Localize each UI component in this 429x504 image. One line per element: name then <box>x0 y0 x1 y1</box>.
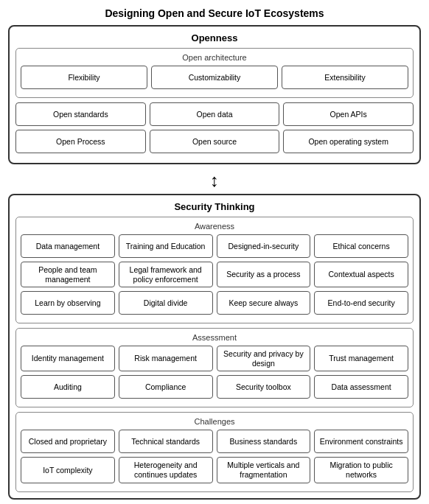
awareness-row2: People and team management Legal framewo… <box>21 262 408 287</box>
cell-open-standards: Open standards <box>15 102 146 126</box>
cell-legal-framework: Legal framework and policy enforcement <box>119 262 213 287</box>
cell-migration-public: Migration to public networks <box>314 457 408 483</box>
bidirectional-arrow: ↕ <box>8 170 421 191</box>
assessment-box: Assessment Identity management Risk mana… <box>15 328 414 407</box>
cell-open-os: Open operating system <box>283 130 414 153</box>
challenges-row1: Closed and proprietary Technical standar… <box>21 430 408 453</box>
cell-heterogeneity: Heterogeneity and continues updates <box>119 457 213 483</box>
challenges-label: Challenges <box>21 417 408 426</box>
cell-e2e-security: End-to-end security <box>314 291 408 315</box>
awareness-row1: Data management Training and Education D… <box>21 234 408 258</box>
cell-open-data: Open data <box>150 102 280 126</box>
cell-open-process: Open Process <box>15 130 146 153</box>
cell-open-source: Open source <box>150 130 280 153</box>
openness-title: Openness <box>15 32 414 43</box>
main-title: Designing Open and Secure IoT Ecosystems <box>8 7 421 19</box>
arrow-icon: ↕ <box>210 170 219 191</box>
cell-security-process: Security as a process <box>217 262 311 287</box>
cell-extensibility: Extensibility <box>282 66 408 89</box>
security-section: Security Thinking Awareness Data managem… <box>8 194 421 500</box>
open-architecture-label: Open architecture <box>21 53 408 62</box>
page-container: Designing Open and Secure IoT Ecosystems… <box>8 7 421 504</box>
cell-open-apis: Open APIs <box>283 102 414 126</box>
cell-security-privacy-design: Security and privacy by design <box>217 346 311 371</box>
openness-section: Openness Open architecture Flexibility C… <box>8 25 421 164</box>
cell-contextual-aspects: Contextual aspects <box>314 262 408 287</box>
cell-digital-divide: Digital divide <box>119 291 213 315</box>
cell-data-management: Data management <box>21 234 115 258</box>
assessment-label: Assessment <box>21 333 408 342</box>
cell-trust-management: Trust management <box>314 346 408 371</box>
cell-training-education: Training and Education <box>119 234 213 258</box>
cell-business-standards: Business standards <box>217 430 311 453</box>
cell-designed-in-security: Designed-in-security <box>217 234 311 258</box>
cell-iot-complexity: IoT complexity <box>21 457 115 483</box>
security-title: Security Thinking <box>15 201 414 212</box>
cell-people-team: People and team management <box>21 262 115 287</box>
challenges-row2: IoT complexity Heterogeneity and continu… <box>21 457 408 483</box>
openness-row1: Flexibility Customizability Extensibilit… <box>21 66 408 89</box>
assessment-row2: Auditing Compliance Security toolbox Dat… <box>21 375 408 399</box>
awareness-label: Awareness <box>21 222 408 231</box>
cell-auditing: Auditing <box>21 375 115 399</box>
cell-learn-observing: Learn by observing <box>21 291 115 315</box>
cell-compliance: Compliance <box>119 375 213 399</box>
cell-environment-constraints: Environment constraints <box>314 430 408 453</box>
cell-risk-management: Risk management <box>119 346 213 371</box>
assessment-row1: Identity management Risk management Secu… <box>21 346 408 371</box>
awareness-box: Awareness Data management Training and E… <box>15 217 414 323</box>
cell-ethical-concerns: Ethical concerns <box>314 234 408 258</box>
open-architecture-box: Open architecture Flexibility Customizab… <box>15 48 414 98</box>
cell-data-assessment: Data assessment <box>314 375 408 399</box>
cell-keep-secure: Keep secure always <box>217 291 311 315</box>
cell-identity-management: Identity management <box>21 346 115 371</box>
cell-flexibility: Flexibility <box>21 66 147 89</box>
cell-multiple-verticals: Multiple verticals and fragmentation <box>217 457 311 483</box>
cell-customizability: Customizability <box>151 66 278 89</box>
challenges-box: Challenges Closed and proprietary Techni… <box>15 412 414 491</box>
cell-security-toolbox: Security toolbox <box>217 375 311 399</box>
openness-row3: Open Process Open source Open operating … <box>15 130 414 153</box>
cell-closed-proprietary: Closed and proprietary <box>21 430 115 453</box>
awareness-row3: Learn by observing Digital divide Keep s… <box>21 291 408 315</box>
cell-technical-standards: Technical standards <box>119 430 213 453</box>
openness-row2: Open standards Open data Open APIs <box>15 102 414 126</box>
